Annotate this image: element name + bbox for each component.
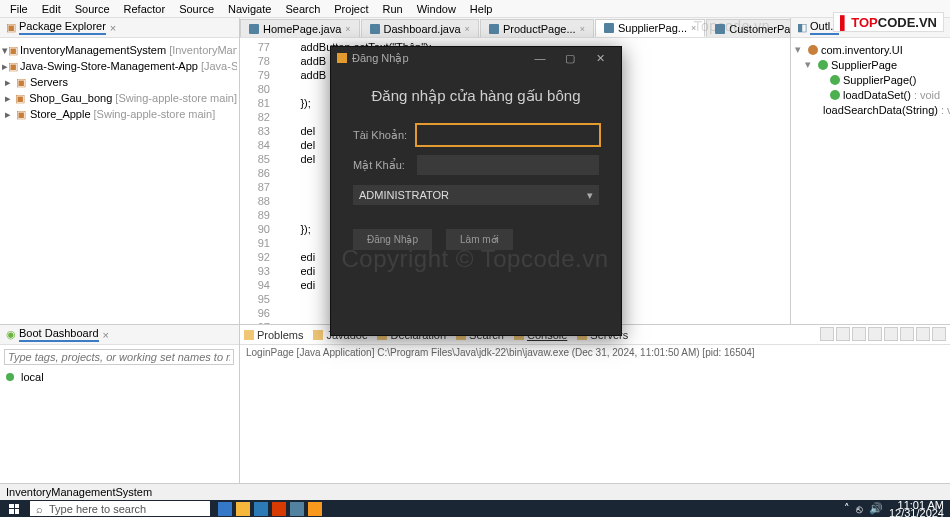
system-tray: ˄ ⎋ 🔊 11:01 AM 12/31/2024 (844, 501, 950, 517)
menu-bar: File Edit Source Refactor Source Navigat… (0, 0, 950, 18)
login-button[interactable]: Đăng Nhập (353, 229, 432, 250)
menu-edit[interactable]: Edit (36, 2, 67, 16)
twisty-icon[interactable]: ▸ (2, 108, 14, 121)
start-button[interactable] (0, 500, 28, 517)
tree-item[interactable]: ▸▣Store_Apple[Swing-apple-store main] (2, 106, 237, 122)
code-line: del (276, 125, 315, 137)
boot-header: ◉ Boot Dashboard × (0, 325, 239, 345)
java-file-icon (715, 24, 725, 34)
toolbar-button[interactable] (852, 327, 866, 341)
tray-chevron-icon[interactable]: ˄ (844, 502, 850, 515)
menu-help[interactable]: Help (464, 2, 499, 16)
dialog-titlebar[interactable]: Đăng Nhập — ▢ ✕ (331, 47, 621, 69)
menu-window[interactable]: Window (411, 2, 462, 16)
menu-project[interactable]: Project (328, 2, 374, 16)
tree-item[interactable]: ▸▣Servers (2, 74, 237, 90)
boot-title: Boot Dashboard (19, 327, 99, 342)
menu-refactor[interactable]: Refactor (118, 2, 172, 16)
outline-item[interactable]: ▾SupplierPage (793, 57, 948, 72)
boot-local-label: local (21, 371, 44, 383)
tree-label: Java-Swing-Store-Management-App (20, 60, 198, 72)
toolbar-button[interactable] (932, 327, 946, 341)
brand-badge: ▌ TOP CODE.VN (833, 12, 944, 32)
taskbar-app-icon[interactable] (290, 502, 304, 516)
editor-tab[interactable]: CustomerPag...× (706, 19, 790, 37)
menu-source[interactable]: Source (69, 2, 116, 16)
toolbar-button[interactable] (900, 327, 914, 341)
editor-tab[interactable]: Dashboard.java× (361, 19, 479, 37)
code-line: }); (276, 97, 311, 109)
tab-label: CustomerPag... (729, 23, 790, 35)
close-icon[interactable]: × (110, 22, 116, 34)
boot-filter-input[interactable] (4, 349, 234, 365)
username-input[interactable] (417, 125, 599, 145)
taskbar-app-icon[interactable] (236, 502, 250, 516)
twisty-icon[interactable]: ▸ (2, 92, 14, 105)
line-number: 93 (242, 264, 270, 278)
toolbar-button[interactable] (884, 327, 898, 341)
tree-item[interactable]: ▸▣Java-Swing-Store-Management-App[Java-S… (2, 58, 237, 74)
close-icon[interactable]: × (345, 24, 350, 34)
password-input[interactable] (417, 155, 599, 175)
boot-local-item[interactable]: local (0, 369, 239, 385)
outline-item[interactable]: loadDataSet(): void (793, 87, 948, 102)
console-output-line: LoginPage [Java Application] C:\Program … (240, 345, 950, 360)
tree-suffix: [Swing-apple-store main] (94, 108, 216, 120)
taskbar-app-icon[interactable] (308, 502, 322, 516)
brand-logo-icon: ▌ (840, 15, 849, 30)
tree-suffix: [Java-Swing-Store-Manag (201, 60, 237, 72)
line-number: 86 (242, 166, 270, 180)
tree-item[interactable]: ▸▣Shop_Gau_bong[Swing-apple-store main] (2, 90, 237, 106)
toolbar-button[interactable] (836, 327, 850, 341)
editor-tabs: HomePage.java×Dashboard.java×ProductPage… (240, 18, 790, 38)
close-icon[interactable]: × (465, 24, 470, 34)
member-icon (808, 45, 818, 55)
twisty-icon[interactable]: ▾ (805, 58, 815, 71)
code-line: }); (276, 223, 311, 235)
boot-icon: ◉ (6, 328, 16, 341)
toolbar-button[interactable] (916, 327, 930, 341)
status-project: InventoryManagementSystem (6, 486, 152, 498)
outline-return: : void (914, 89, 940, 101)
outline-return: : void (941, 104, 950, 116)
close-button[interactable]: ✕ (585, 52, 615, 65)
tray-wifi-icon[interactable]: ⎋ (856, 503, 863, 515)
close-icon[interactable]: × (103, 329, 109, 341)
line-number: 94 (242, 278, 270, 292)
editor-tab[interactable]: SupplierPag...× (595, 19, 705, 37)
twisty-icon[interactable]: ▸ (2, 76, 14, 89)
tree-item[interactable]: ▾▣InventoryManagementSystem[InventoryMan… (2, 42, 237, 58)
menu-search[interactable]: Search (279, 2, 326, 16)
console-tab[interactable]: Problems (244, 329, 303, 341)
project-icon: ▣ (14, 92, 28, 104)
menu-file[interactable]: File (4, 2, 34, 16)
outline-item[interactable]: ▾com.inventory.UI (793, 42, 948, 57)
project-tree: ▾▣InventoryManagementSystem[InventoryMan… (0, 38, 239, 126)
editor-tab[interactable]: ProductPage...× (480, 19, 594, 37)
menu-navigate[interactable]: Navigate (222, 2, 277, 16)
minimize-button[interactable]: — (525, 52, 555, 64)
taskbar-app-icon[interactable] (254, 502, 268, 516)
twisty-icon[interactable]: ▾ (795, 43, 805, 56)
tab-label: SupplierPag... (618, 22, 687, 34)
close-icon[interactable]: × (691, 23, 696, 33)
reset-button[interactable]: Làm mới (446, 229, 513, 250)
toolbar-button[interactable] (868, 327, 882, 341)
toolbar-button[interactable] (820, 327, 834, 341)
line-number: 85 (242, 152, 270, 166)
outline-item[interactable]: SupplierPage() (793, 72, 948, 87)
maximize-button[interactable]: ▢ (555, 52, 585, 65)
menu-run[interactable]: Run (377, 2, 409, 16)
outline-item[interactable]: loadSearchData(String): void (793, 102, 948, 117)
taskbar-app-icon[interactable] (218, 502, 232, 516)
role-select[interactable]: ADMINISTRATOR ▾ (353, 185, 599, 205)
line-number: 87 (242, 180, 270, 194)
close-icon[interactable]: × (580, 24, 585, 34)
editor-tab[interactable]: HomePage.java× (240, 19, 360, 37)
login-heading: Đăng nhập cửa hàng gấu bông (331, 69, 621, 125)
taskbar-app-icon[interactable] (272, 502, 286, 516)
taskbar-search[interactable]: ⌕ Type here to search (30, 501, 210, 516)
menu-source2[interactable]: Source (173, 2, 220, 16)
tray-volume-icon[interactable]: 🔊 (869, 502, 883, 515)
package-icon: ▣ (6, 21, 16, 34)
